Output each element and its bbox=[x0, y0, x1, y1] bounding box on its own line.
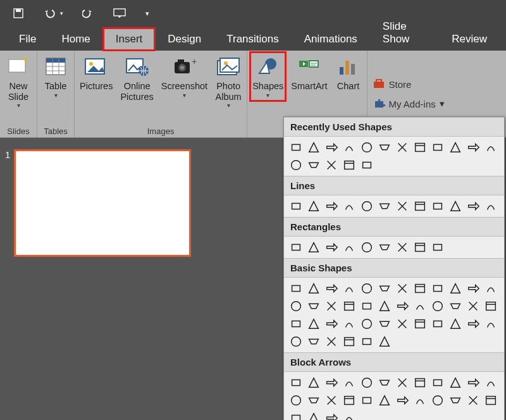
shape-item[interactable] bbox=[323, 157, 340, 173]
shape-item[interactable] bbox=[376, 198, 393, 214]
shape-item[interactable] bbox=[429, 239, 446, 256]
shape-item[interactable] bbox=[429, 139, 446, 156]
present-icon[interactable] bbox=[113, 8, 126, 19]
shape-item[interactable] bbox=[412, 280, 428, 297]
pictures-button[interactable]: Pictures bbox=[78, 53, 114, 93]
shape-item[interactable] bbox=[483, 139, 499, 156]
shape-item[interactable] bbox=[447, 316, 464, 332]
tab-slideshow[interactable]: Slide Show bbox=[370, 15, 439, 51]
shape-item[interactable] bbox=[323, 392, 340, 409]
customize-qat-icon[interactable]: ▾ bbox=[145, 9, 149, 18]
shape-item[interactable] bbox=[412, 198, 428, 214]
shape-item[interactable] bbox=[359, 139, 375, 156]
shape-item[interactable] bbox=[288, 239, 304, 256]
shape-item[interactable] bbox=[465, 298, 481, 314]
shape-item[interactable] bbox=[483, 392, 499, 409]
shape-item[interactable] bbox=[288, 333, 304, 350]
shape-item[interactable] bbox=[394, 316, 410, 332]
shape-item[interactable] bbox=[341, 316, 357, 332]
photo-album-button[interactable]: Photo Album▾ bbox=[214, 53, 243, 111]
shape-item[interactable] bbox=[376, 374, 393, 391]
shape-item[interactable] bbox=[341, 139, 357, 156]
shape-item[interactable] bbox=[323, 280, 340, 297]
shape-item[interactable] bbox=[359, 298, 375, 314]
shape-item[interactable] bbox=[341, 392, 357, 409]
shape-item[interactable] bbox=[359, 157, 375, 173]
save-icon[interactable] bbox=[13, 8, 24, 19]
shape-item[interactable] bbox=[288, 392, 304, 409]
shape-item[interactable] bbox=[341, 410, 357, 420]
shape-item[interactable] bbox=[323, 316, 340, 332]
chart-button[interactable]: Chart bbox=[334, 53, 363, 93]
shape-item[interactable] bbox=[412, 139, 428, 156]
shape-item[interactable] bbox=[341, 198, 357, 214]
shape-item[interactable] bbox=[483, 280, 499, 297]
shape-item[interactable] bbox=[305, 157, 322, 173]
shape-item[interactable] bbox=[305, 198, 322, 214]
shape-item[interactable] bbox=[288, 410, 304, 420]
shape-item[interactable] bbox=[412, 316, 428, 332]
shape-item[interactable] bbox=[305, 316, 322, 332]
shape-item[interactable] bbox=[412, 298, 428, 314]
shapes-button[interactable]: Shapes▾ bbox=[251, 53, 285, 100]
shape-item[interactable] bbox=[376, 280, 393, 297]
shape-item[interactable] bbox=[323, 298, 340, 314]
shape-item[interactable] bbox=[429, 280, 446, 297]
shape-item[interactable] bbox=[465, 374, 481, 391]
shape-item[interactable] bbox=[465, 392, 481, 409]
shape-item[interactable] bbox=[305, 410, 322, 420]
shape-item[interactable] bbox=[483, 298, 499, 314]
tab-design[interactable]: Design bbox=[155, 28, 214, 51]
shape-item[interactable] bbox=[376, 239, 393, 256]
shape-item[interactable] bbox=[376, 139, 393, 156]
shape-item[interactable] bbox=[429, 392, 446, 409]
shape-item[interactable] bbox=[323, 198, 340, 214]
shape-item[interactable] bbox=[465, 139, 481, 156]
shape-item[interactable] bbox=[305, 298, 322, 314]
shape-item[interactable] bbox=[483, 198, 499, 214]
shape-item[interactable] bbox=[429, 298, 446, 314]
online-pictures-button[interactable]: Online Pictures bbox=[119, 53, 154, 103]
shape-item[interactable] bbox=[359, 239, 375, 256]
shape-item[interactable] bbox=[359, 198, 375, 214]
shape-item[interactable] bbox=[305, 392, 322, 409]
shape-item[interactable] bbox=[305, 333, 322, 350]
tab-insert[interactable]: Insert bbox=[103, 28, 156, 51]
shape-item[interactable] bbox=[465, 280, 481, 297]
shape-item[interactable] bbox=[465, 316, 481, 332]
shape-item[interactable] bbox=[288, 198, 304, 214]
slide-thumbnail[interactable] bbox=[14, 149, 191, 257]
shape-item[interactable] bbox=[394, 239, 410, 256]
shape-item[interactable] bbox=[483, 316, 499, 332]
shape-item[interactable] bbox=[341, 333, 357, 350]
shape-item[interactable] bbox=[341, 157, 357, 173]
redo-icon[interactable] bbox=[82, 8, 94, 19]
tab-file[interactable]: File bbox=[6, 28, 49, 51]
shape-item[interactable] bbox=[341, 374, 357, 391]
shape-item[interactable] bbox=[359, 392, 375, 409]
smartart-button[interactable]: SmartArt bbox=[290, 53, 328, 93]
shape-item[interactable] bbox=[394, 298, 410, 314]
new-slide-button[interactable]: New Slide▾ bbox=[4, 53, 33, 111]
shape-item[interactable] bbox=[376, 316, 393, 332]
store-button[interactable]: Store bbox=[373, 78, 445, 91]
shape-item[interactable] bbox=[359, 316, 375, 332]
shape-item[interactable] bbox=[288, 280, 304, 297]
shape-item[interactable] bbox=[376, 333, 393, 350]
shape-item[interactable] bbox=[394, 139, 410, 156]
shape-item[interactable] bbox=[429, 374, 446, 391]
tab-transitions[interactable]: Transitions bbox=[214, 28, 292, 51]
tab-animations[interactable]: Animations bbox=[292, 28, 370, 51]
screenshot-button[interactable]: + Screenshot▾ bbox=[160, 53, 209, 100]
shape-item[interactable] bbox=[305, 374, 322, 391]
shape-item[interactable] bbox=[323, 374, 340, 391]
shape-item[interactable] bbox=[394, 374, 410, 391]
shape-item[interactable] bbox=[305, 239, 322, 256]
shape-item[interactable] bbox=[412, 239, 428, 256]
shape-item[interactable] bbox=[341, 239, 357, 256]
tab-home[interactable]: Home bbox=[49, 28, 102, 51]
shape-item[interactable] bbox=[305, 280, 322, 297]
shape-item[interactable] bbox=[447, 198, 464, 214]
shape-item[interactable] bbox=[323, 239, 340, 256]
shape-item[interactable] bbox=[305, 139, 322, 156]
